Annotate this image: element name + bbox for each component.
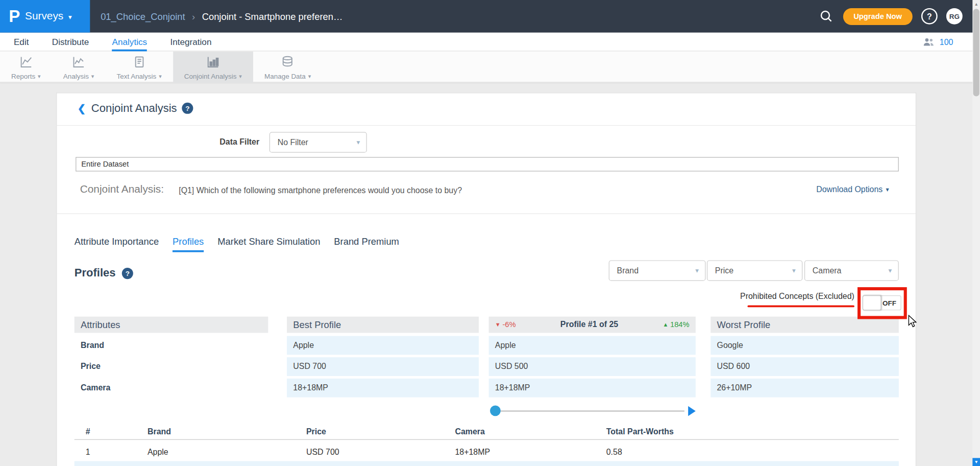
page-title: Conjoint Analysis	[91, 102, 177, 115]
search-button[interactable]	[818, 8, 834, 25]
nav-edit[interactable]: Edit	[14, 32, 29, 51]
profile-slider	[489, 405, 696, 417]
scrollbar-thumb[interactable]	[973, 9, 979, 96]
help-icon[interactable]: ?	[122, 267, 133, 278]
tab-brand-premium[interactable]: Brand Premium	[334, 232, 399, 252]
profile-counter: Profile #1 of 25	[560, 317, 618, 333]
toolbar-text-analysis-label: Text Analysis	[116, 73, 156, 80]
nav-integration[interactable]: Integration	[170, 32, 211, 51]
caret-down-icon: ▼	[495, 317, 501, 333]
chevron-down-icon: ▾	[695, 267, 699, 275]
tab-market-share-simulation[interactable]: Market Share Simulation	[217, 232, 320, 252]
data-filter-label: Data Filter	[201, 137, 259, 146]
toolbar-conjoint-analysis[interactable]: Conjoint Analysis▾	[173, 51, 253, 82]
chevron-down-icon: ▾	[239, 73, 242, 79]
row-price: USD 700	[306, 447, 455, 456]
download-options-label: Download Options	[816, 184, 883, 194]
app-window: P Surveys ▾ 01_Choice_Conjoint › Conjoin…	[0, 0, 980, 466]
section-heading: Conjoint Analysis:	[80, 183, 164, 196]
help-icon[interactable]: ?	[182, 103, 193, 114]
scroll-up-icon[interactable]: ▲	[972, 0, 980, 8]
toolbar-reports[interactable]: Reports▾	[0, 51, 52, 82]
current-profile-header: ▼ -6% Profile #1 of 25 ▲ 184%	[489, 317, 696, 333]
upgrade-now-button[interactable]: Upgrade Now	[843, 8, 912, 25]
row-brand: Apple	[148, 447, 306, 456]
line-chart-icon	[19, 55, 33, 69]
slider-handle[interactable]	[490, 405, 501, 416]
chevron-down-icon: ▾	[308, 73, 311, 79]
profiles-heading-label: Profiles	[75, 267, 116, 280]
delta-down-value: -6%	[502, 317, 516, 333]
nav-analytics[interactable]: Analytics	[112, 32, 148, 51]
best-profile-column: Best Profile Apple USD 700 18+18MP	[287, 317, 479, 400]
tab-profiles[interactable]: Profiles	[173, 232, 204, 252]
top-bar: P Surveys ▾ 01_Choice_Conjoint › Conjoin…	[0, 0, 980, 33]
current-profile-camera: 18+18MP	[489, 379, 696, 398]
prohibited-concepts-toggle[interactable]: OFF	[863, 295, 901, 310]
trend-chart-icon	[72, 55, 86, 69]
respondent-count: 100	[940, 37, 953, 46]
table-row[interactable]: 1 Apple USD 700 18+18MP 0.58	[75, 442, 899, 461]
data-filter-select[interactable]: No Filter ▾	[270, 132, 367, 152]
toolbar-reports-label: Reports	[11, 73, 35, 80]
chevron-down-icon: ▾	[38, 73, 41, 79]
toolbar-conjoint-analysis-label: Conjoint Analysis	[184, 73, 237, 80]
chevron-down-icon: ▾	[91, 73, 94, 79]
scroll-down-icon[interactable]: ▼	[972, 458, 980, 466]
delta-up-value: 184%	[670, 317, 690, 333]
attribute-price-label: Price	[75, 357, 268, 376]
toolbar-analysis[interactable]: Analysis▾	[52, 51, 106, 82]
tab-attribute-importance[interactable]: Attribute Importance	[75, 232, 159, 252]
col-header-total-part-worths: Total Part-Worths	[606, 427, 899, 436]
best-profile-brand: Apple	[287, 336, 479, 355]
panel-header: ❮ Conjoint Analysis ?	[57, 93, 915, 126]
analytics-toolbar: Reports▾ Analysis▾ Text Analysis▾ Conjoi…	[0, 51, 980, 82]
current-profile-brand: Apple	[489, 336, 696, 355]
user-avatar[interactable]: RG	[946, 8, 963, 25]
question-text: [Q1] Which of the following smartphone p…	[179, 186, 462, 195]
page-scrollbar[interactable]: ▲ ▼	[972, 0, 980, 466]
nav-distribute[interactable]: Distribute	[52, 32, 89, 51]
respondents-indicator[interactable]: 100	[923, 33, 953, 52]
annotation-underline	[748, 306, 854, 308]
toolbar-manage-data[interactable]: Manage Data▾	[253, 51, 322, 82]
breadcrumb-folder-link[interactable]: 01_Choice_Conjoint	[101, 11, 185, 21]
delta-down-badge: ▼ -6%	[495, 317, 516, 333]
surveys-menu[interactable]: P Surveys ▾	[0, 0, 90, 33]
download-options-button[interactable]: Download Options ▾	[816, 184, 889, 194]
table-row-partial[interactable]	[75, 461, 899, 466]
delta-up-badge: ▲ 184%	[663, 317, 689, 333]
help-button[interactable]: ?	[921, 8, 938, 25]
attributes-header: Attributes	[75, 317, 268, 333]
row-total-part-worths: 0.58	[606, 447, 899, 456]
best-profile-camera: 18+18MP	[287, 379, 479, 398]
camera-attribute-select[interactable]: Camera ▾	[804, 260, 899, 281]
breadcrumb-survey-title: Conjoint - Smartphone preferen…	[202, 11, 343, 21]
col-header-brand: Brand	[148, 427, 306, 436]
back-button[interactable]: ❮	[78, 103, 86, 114]
slider-next-arrow[interactable]	[688, 406, 696, 416]
dataset-field[interactable]: Entire Dataset	[76, 157, 899, 171]
worst-profile-brand: Google	[710, 336, 899, 355]
product-name: Surveys	[25, 10, 63, 22]
slider-track[interactable]	[496, 410, 684, 411]
worst-profile-column: Worst Profile Google USD 600 26+10MP	[710, 317, 899, 400]
profiles-table-header: # Brand Price Camera Total Part-Worths	[75, 424, 899, 440]
brand-attribute-select[interactable]: Brand ▾	[609, 260, 706, 281]
price-attribute-value: Price	[715, 266, 733, 275]
conjoint-analysis-panel: ❮ Conjoint Analysis ? Data Filter No Fil…	[56, 92, 916, 466]
search-icon	[819, 9, 833, 23]
section-divider	[57, 214, 915, 214]
chevron-down-icon: ▾	[357, 138, 360, 147]
col-header-number: #	[75, 427, 148, 436]
toggle-knob	[863, 295, 881, 310]
chevron-down-icon: ▾	[159, 73, 162, 79]
page-content: ❮ Conjoint Analysis ? Data Filter No Fil…	[0, 83, 980, 466]
toolbar-text-analysis[interactable]: Text Analysis▾	[105, 51, 173, 82]
row-camera: 18+18MP	[455, 447, 606, 456]
attribute-camera-label: Camera	[75, 379, 268, 398]
bar-chart-icon	[206, 55, 220, 69]
brand-attribute-value: Brand	[617, 266, 639, 275]
worst-profile-camera: 26+10MP	[710, 379, 899, 398]
price-attribute-select[interactable]: Price ▾	[707, 260, 802, 281]
